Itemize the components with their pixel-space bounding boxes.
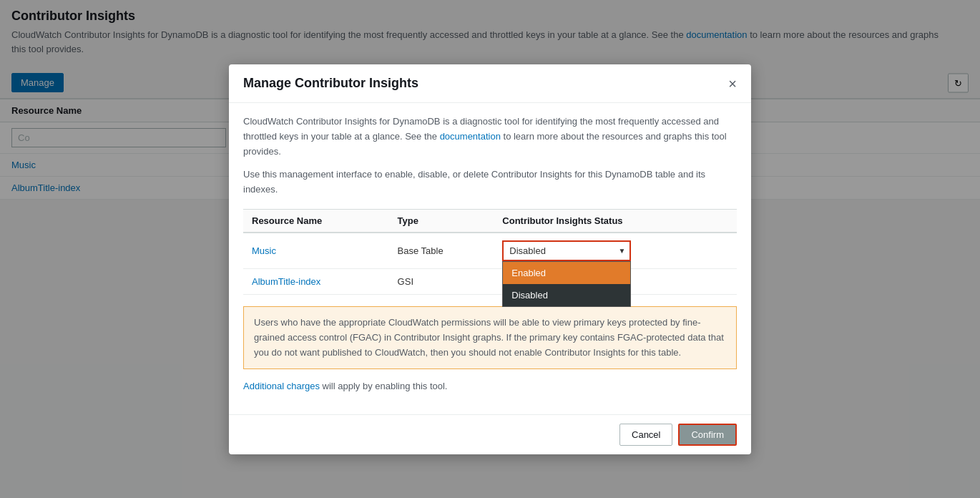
modal-col-type: Type: [389, 209, 494, 233]
modal-title: Manage Contributor Insights: [243, 76, 418, 91]
modal-table-row-albumtitle: AlbumTitle-index GSI: [243, 268, 737, 294]
modal-dialog: Manage Contributor Insights × CloudWatch…: [229, 64, 751, 454]
modal-overlay: Manage Contributor Insights × CloudWatch…: [0, 0, 980, 498]
cancel-button[interactable]: Cancel: [619, 424, 672, 446]
confirm-button[interactable]: Confirm: [678, 424, 737, 446]
modal-manage-description: Use this management interface to enable,…: [243, 167, 737, 197]
status-dropdown-wrapper: Disabled Enabled ▼ Enabled Disabled: [502, 240, 631, 261]
modal-doc-link[interactable]: documentation: [440, 131, 501, 142]
modal-type-albumtitle: GSI: [389, 268, 494, 294]
status-select[interactable]: Disabled Enabled: [502, 240, 631, 261]
modal-close-button[interactable]: ×: [728, 77, 737, 91]
modal-body: CloudWatch Contributor Insights for Dyna…: [229, 103, 751, 414]
warning-box: Users who have the appropriate CloudWatc…: [243, 306, 737, 369]
charges-link[interactable]: Additional charges: [243, 381, 320, 391]
modal-col-resource: Resource Name: [243, 209, 389, 233]
modal-type-music: Base Table: [389, 233, 494, 269]
modal-footer: Cancel Confirm: [229, 414, 751, 454]
modal-table-row-music: Music Base Table Disabled Enabled ▼: [243, 233, 737, 269]
dropdown-option-enabled[interactable]: Enabled: [503, 262, 630, 284]
modal-table: Resource Name Type Contributor Insights …: [243, 209, 737, 295]
modal-resource-music: Music: [243, 233, 389, 269]
modal-header: Manage Contributor Insights ×: [229, 64, 751, 103]
modal-col-status: Contributor Insights Status: [494, 209, 737, 233]
dropdown-popup: Enabled Disabled: [502, 261, 631, 307]
additional-charges: Additional charges will apply by enablin…: [243, 381, 737, 391]
dropdown-option-disabled[interactable]: Disabled: [503, 284, 630, 306]
modal-status-music: Disabled Enabled ▼ Enabled Disabled: [494, 233, 737, 269]
modal-resource-albumtitle: AlbumTitle-index: [243, 268, 389, 294]
background-page: Contributor Insights CloudWatch Contribu…: [0, 0, 980, 498]
modal-description: CloudWatch Contributor Insights for Dyna…: [243, 114, 737, 159]
